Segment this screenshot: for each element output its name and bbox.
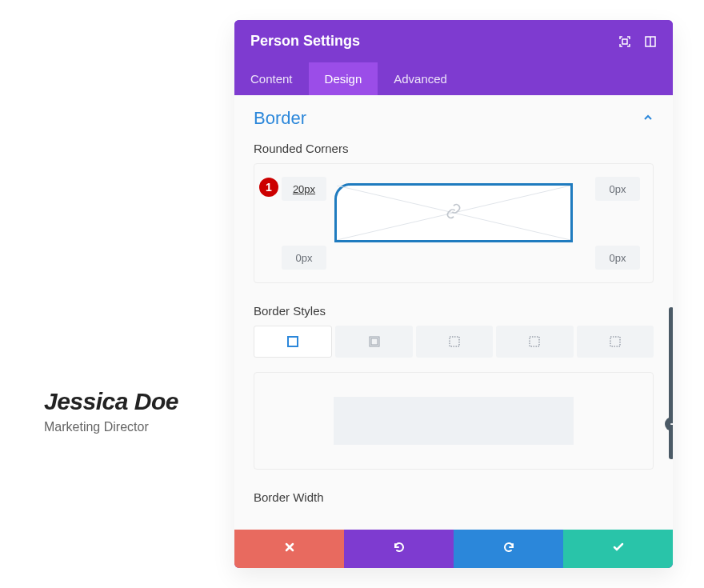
border-width-preview <box>254 372 654 470</box>
panel-body: Border Rounded Corners 1 Border Styles <box>234 95 673 530</box>
svg-rect-10 <box>610 337 620 346</box>
svg-rect-9 <box>530 337 539 346</box>
link-icon[interactable] <box>446 203 462 222</box>
svg-rect-0 <box>622 39 627 44</box>
undo-icon <box>392 540 406 558</box>
close-icon <box>283 541 296 558</box>
svg-rect-5 <box>288 337 298 346</box>
undo-button[interactable] <box>344 530 454 568</box>
person-info: Jessica Doe Marketing Director <box>44 388 178 434</box>
rounded-preview <box>334 183 573 242</box>
save-button[interactable] <box>563 530 673 568</box>
border-style-solid[interactable] <box>254 326 332 358</box>
border-style-dotted-b[interactable] <box>496 326 573 358</box>
svg-rect-8 <box>450 337 459 346</box>
expand-icon[interactable] <box>618 35 631 48</box>
tab-content[interactable]: Content <box>234 62 309 95</box>
corner-bottom-left-input[interactable] <box>282 246 326 270</box>
scrollbar[interactable] <box>669 307 673 459</box>
person-role: Marketing Director <box>44 420 178 434</box>
section-title-row: Border <box>234 95 673 137</box>
redo-icon <box>502 540 516 558</box>
cancel-button[interactable] <box>234 530 344 568</box>
border-style-dotted-a[interactable] <box>416 326 493 358</box>
person-name: Jessica Doe <box>44 388 178 415</box>
section-title: Border <box>254 108 306 129</box>
tab-design[interactable]: Design <box>309 62 378 95</box>
border-styles-row <box>254 326 654 358</box>
tabs: Content Design Advanced <box>234 62 673 95</box>
tab-advanced[interactable]: Advanced <box>378 62 463 95</box>
rounded-corners-label: Rounded Corners <box>234 137 673 163</box>
corner-top-right-input[interactable] <box>595 177 640 201</box>
columns-icon[interactable] <box>644 35 657 48</box>
border-width-inner <box>334 397 574 445</box>
border-styles-label: Border Styles <box>234 299 673 326</box>
footer-actions <box>234 530 673 568</box>
scroll-handle-icon[interactable]: - <box>665 417 673 431</box>
panel-title: Person Settings <box>250 33 360 50</box>
border-style-double[interactable] <box>335 326 412 358</box>
border-width-label: Border Width <box>234 486 673 512</box>
panel-header: Person Settings <box>234 20 673 62</box>
redo-button[interactable] <box>454 530 563 568</box>
settings-panel: Person Settings Content Design Advanced … <box>234 20 673 568</box>
svg-rect-7 <box>371 338 378 345</box>
annotation-badge: 1 <box>259 178 278 197</box>
check-icon <box>611 540 626 558</box>
rounded-corners-control: 1 <box>254 163 654 283</box>
corner-top-left-input[interactable] <box>282 177 326 201</box>
corner-bottom-right-input[interactable] <box>595 246 640 270</box>
chevron-up-icon[interactable] <box>642 112 654 126</box>
border-style-dotted-c[interactable] <box>577 326 654 358</box>
panel-header-icons <box>618 35 657 48</box>
